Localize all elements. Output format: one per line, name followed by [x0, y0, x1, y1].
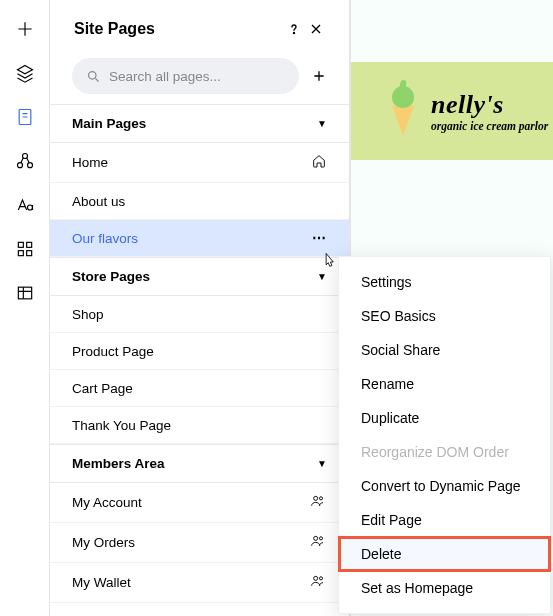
svg-point-11: [89, 71, 97, 79]
add-icon[interactable]: [14, 18, 36, 40]
menu-delete[interactable]: Delete: [339, 537, 550, 571]
chevron-down-icon: ▼: [317, 458, 327, 469]
apps-icon[interactable]: [14, 238, 36, 260]
svg-rect-5: [18, 242, 23, 247]
svg-point-16: [314, 576, 318, 580]
more-icon[interactable]: ⋯: [312, 230, 327, 246]
page-label: Thank You Page: [72, 418, 171, 433]
page-row-thankyou[interactable]: Thank You Page: [50, 407, 349, 444]
page-row-about[interactable]: About us: [50, 183, 349, 220]
search-input[interactable]: Search all pages...: [72, 58, 299, 94]
svg-rect-6: [26, 242, 31, 247]
menu-duplicate[interactable]: Duplicate: [339, 401, 550, 435]
svg-point-4: [27, 205, 32, 210]
menu-social[interactable]: Social Share: [339, 333, 550, 367]
section-members-area[interactable]: Members Area ▼: [50, 444, 349, 483]
logo-icon: [387, 86, 419, 136]
page-row-shop[interactable]: Shop: [50, 296, 349, 333]
page-context-menu: Settings SEO Basics Social Share Rename …: [338, 256, 551, 614]
svg-rect-9: [18, 287, 31, 299]
page-label: Cart Page: [72, 381, 133, 396]
section-store-title: Store Pages: [72, 269, 150, 284]
svg-point-13: [319, 497, 322, 500]
svg-rect-8: [26, 251, 31, 256]
nodes-icon[interactable]: [14, 150, 36, 172]
page-row-flavors[interactable]: Our flavors ⋯: [50, 220, 349, 257]
page-label: My Account: [72, 495, 142, 510]
members-only-icon: [311, 573, 327, 592]
page-row-product[interactable]: Product Page: [50, 333, 349, 370]
svg-point-1: [17, 163, 22, 168]
brand-text: nelly's organic ice cream parlor: [431, 90, 548, 132]
menu-reorganize: Reorganize DOM Order: [339, 435, 550, 469]
layers-icon[interactable]: [14, 62, 36, 84]
members-only-icon: [311, 493, 327, 512]
page-row-orders[interactable]: My Orders: [50, 523, 349, 563]
page-label: About us: [72, 194, 125, 209]
svg-point-15: [319, 537, 322, 540]
menu-edit-page[interactable]: Edit Page: [339, 503, 550, 537]
svg-rect-7: [18, 251, 23, 256]
brand-tagline: organic ice cream parlor: [431, 120, 548, 132]
menu-rename[interactable]: Rename: [339, 367, 550, 401]
svg-point-14: [314, 536, 318, 540]
svg-point-17: [319, 577, 322, 580]
typography-icon[interactable]: [14, 194, 36, 216]
section-main-title: Main Pages: [72, 116, 146, 131]
data-icon[interactable]: [14, 282, 36, 304]
close-icon[interactable]: [305, 21, 327, 37]
brand-name: nelly's: [431, 90, 548, 120]
menu-convert[interactable]: Convert to Dynamic Page: [339, 469, 550, 503]
members-only-icon: [311, 533, 327, 552]
section-main-pages[interactable]: Main Pages ▼: [50, 104, 349, 143]
svg-rect-0: [19, 110, 31, 125]
page-label: My Wallet: [72, 575, 131, 590]
section-members-title: Members Area: [72, 456, 165, 471]
pointer-cursor-icon: [320, 252, 338, 276]
page-label: Product Page: [72, 344, 154, 359]
svg-point-10: [293, 32, 294, 33]
menu-seo[interactable]: SEO Basics: [339, 299, 550, 333]
menu-set-homepage[interactable]: Set as Homepage: [339, 571, 550, 605]
search-placeholder: Search all pages...: [109, 69, 221, 84]
page-label: Shop: [72, 307, 104, 322]
svg-point-2: [27, 163, 32, 168]
chevron-down-icon: ▼: [317, 118, 327, 129]
menu-settings[interactable]: Settings: [339, 265, 550, 299]
search-icon: [86, 69, 101, 84]
page-label: My Orders: [72, 535, 135, 550]
add-page-button[interactable]: [309, 66, 329, 86]
help-icon[interactable]: [283, 21, 305, 37]
left-rail: [0, 0, 50, 616]
svg-point-12: [314, 496, 318, 500]
hero-section: nelly's organic ice cream parlor: [351, 62, 553, 160]
page-label: Home: [72, 155, 108, 170]
pages-icon[interactable]: [14, 106, 36, 128]
page-row-home[interactable]: Home: [50, 143, 349, 183]
section-store-pages[interactable]: Store Pages ▼: [50, 257, 349, 296]
page-row-wallet[interactable]: My Wallet: [50, 563, 349, 603]
page-row-account[interactable]: My Account: [50, 483, 349, 523]
page-label: Our flavors: [72, 231, 138, 246]
home-icon: [311, 153, 327, 172]
panel-header: Site Pages: [50, 0, 349, 52]
page-row-cart[interactable]: Cart Page: [50, 370, 349, 407]
search-row: Search all pages...: [50, 52, 349, 104]
panel-title: Site Pages: [74, 20, 283, 38]
site-pages-panel: Site Pages Search all pages... Main Page…: [50, 0, 350, 616]
